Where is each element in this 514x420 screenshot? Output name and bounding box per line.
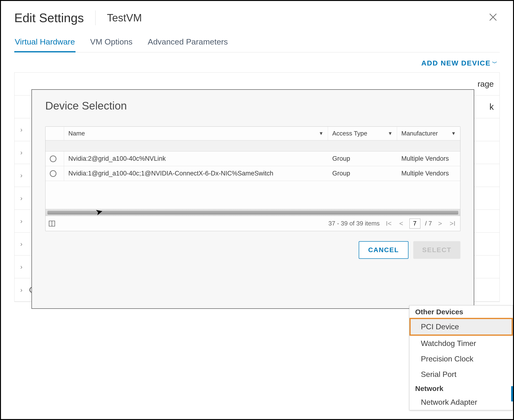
- column-access-type[interactable]: Access Type ▼: [328, 127, 397, 140]
- cell-manufacturer: Multiple Vendors: [397, 151, 460, 166]
- table-row[interactable]: Nvidia:2@grid_a100-40c%NVLink Group Mult…: [45, 151, 460, 166]
- chevron-down-icon: ﹀: [492, 60, 498, 67]
- partial-text-rage: rage: [477, 79, 494, 89]
- add-new-device-label: ADD NEW DEVICE: [421, 59, 491, 67]
- select-button: SELECT: [413, 241, 461, 259]
- chevron-right-icon: ›: [20, 240, 23, 248]
- column-name[interactable]: Name ▼: [64, 127, 328, 140]
- right-edge-indicator: [511, 386, 514, 401]
- page-total-label: / 7: [425, 220, 432, 227]
- grid-footer: 37 - 39 of 39 items I< < / 7 > >I: [45, 216, 460, 231]
- chevron-right-icon: ›: [20, 218, 23, 225]
- edit-settings-dialog: Edit Settings TestVM Virtual Hardware VM…: [0, 0, 514, 420]
- horizontal-scrollbar[interactable]: ➤: [45, 209, 460, 216]
- tab-vm-options[interactable]: VM Options: [90, 37, 133, 52]
- next-page-button[interactable]: >: [437, 220, 444, 227]
- grid-header: Name ▼ Access Type ▼ Manufacturer ▼: [45, 127, 460, 141]
- chevron-right-icon: ›: [20, 172, 23, 179]
- chevron-right-icon: ›: [20, 195, 23, 202]
- cell-access: Group: [328, 151, 397, 166]
- tab-advanced-parameters[interactable]: Advanced Parameters: [147, 37, 228, 52]
- close-button[interactable]: [486, 11, 500, 24]
- device-selection-modal: Device Selection Name ▼ Access Type ▼ Ma…: [31, 89, 474, 309]
- dropdown-item-network-adapter[interactable]: Network Adapter: [409, 395, 513, 410]
- column-access-label: Access Type: [332, 130, 367, 137]
- filter-icon[interactable]: ▼: [319, 131, 324, 136]
- dropdown-item-pci-device[interactable]: PCI Device: [409, 318, 513, 336]
- row-radio[interactable]: [50, 170, 56, 177]
- chevron-right-icon: ›: [20, 149, 23, 157]
- add-new-device-button[interactable]: ADD NEW DEVICE ﹀: [421, 59, 498, 67]
- grid-empty-space: [45, 181, 460, 209]
- dropdown-item-precision-clock[interactable]: Precision Clock: [409, 351, 513, 367]
- add-device-dropdown: Other Devices PCI Device Watchdog Timer …: [409, 305, 513, 410]
- row-radio[interactable]: [50, 156, 56, 162]
- filter-icon[interactable]: ▼: [388, 131, 393, 136]
- tab-virtual-hardware[interactable]: Virtual Hardware: [14, 37, 76, 52]
- dropdown-item-watchdog-timer[interactable]: Watchdog Timer: [409, 336, 513, 351]
- tabs-bar: Virtual Hardware VM Options Advanced Par…: [14, 37, 500, 52]
- column-name-label: Name: [68, 130, 85, 137]
- scrollbar-thumb[interactable]: [47, 211, 458, 215]
- chevron-right-icon: ›: [20, 263, 23, 271]
- dropdown-item-serial-port[interactable]: Serial Port: [409, 367, 513, 382]
- cancel-button[interactable]: CANCEL: [359, 241, 408, 259]
- cell-name: Nvidia:1@grid_a100-40c;1@NVIDIA-ConnectX…: [64, 166, 328, 181]
- chevron-right-icon: ›: [20, 286, 23, 294]
- modal-title: Device Selection: [45, 99, 461, 112]
- cell-name: Nvidia:2@grid_a100-40c%NVLink: [64, 151, 328, 166]
- column-picker-icon[interactable]: [49, 221, 55, 226]
- column-select: [45, 127, 64, 140]
- dialog-header: Edit Settings TestVM: [14, 10, 500, 25]
- first-page-button[interactable]: I<: [385, 220, 393, 227]
- dropdown-heading-other-devices: Other Devices: [409, 306, 513, 318]
- header-divider: [95, 10, 96, 25]
- page-input[interactable]: [409, 218, 420, 229]
- modal-buttons: CANCEL SELECT: [45, 241, 461, 259]
- table-row[interactable]: Nvidia:1@grid_a100-40c;1@NVIDIA-ConnectX…: [45, 166, 460, 181]
- column-manufacturer-label: Manufacturer: [401, 130, 438, 137]
- partial-text-k: k: [490, 102, 494, 112]
- last-page-button[interactable]: >I: [448, 220, 457, 227]
- dropdown-heading-network: Network: [409, 382, 513, 395]
- dialog-title: Edit Settings: [14, 11, 84, 25]
- filter-icon[interactable]: ▼: [451, 131, 456, 136]
- cell-access: Group: [328, 166, 397, 181]
- grid-filter-row: [45, 141, 460, 151]
- close-icon: [489, 13, 497, 22]
- vm-name: TestVM: [107, 12, 142, 24]
- chevron-right-icon: ›: [20, 126, 23, 134]
- cell-manufacturer: Multiple Vendors: [397, 166, 460, 181]
- prev-page-button[interactable]: <: [398, 220, 404, 227]
- item-range-label: 37 - 39 of 39 items: [328, 220, 380, 227]
- device-grid: Name ▼ Access Type ▼ Manufacturer ▼ Nvid…: [45, 127, 461, 231]
- column-manufacturer[interactable]: Manufacturer ▼: [397, 127, 460, 140]
- add-device-row: ADD NEW DEVICE ﹀: [14, 59, 500, 67]
